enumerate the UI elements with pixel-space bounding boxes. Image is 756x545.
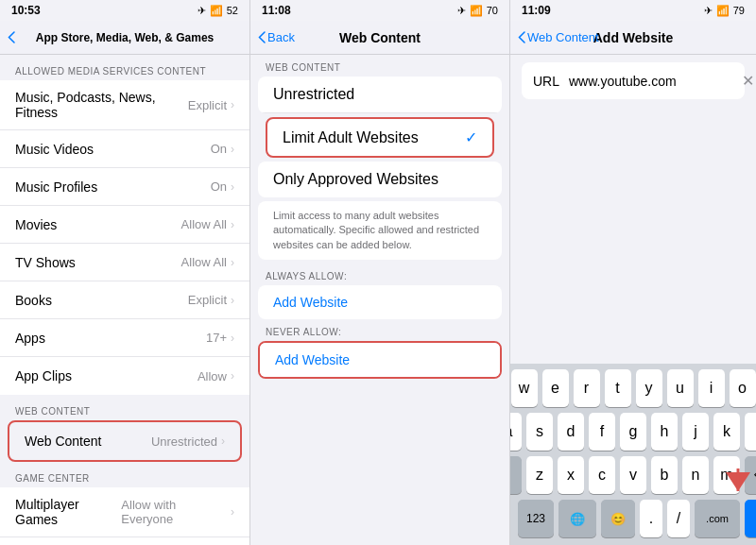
never-allow-box: Add Website: [258, 341, 502, 379]
key-123[interactable]: 123: [518, 500, 554, 537]
key-z[interactable]: z: [526, 456, 553, 494]
list-item[interactable]: Music, Podcasts, News, Fitness Explicit›: [0, 80, 249, 130]
list-item[interactable]: Music Videos On›: [0, 130, 249, 168]
key-w[interactable]: w: [511, 369, 538, 407]
web-content-box[interactable]: Web Content Unrestricted ›: [8, 420, 242, 462]
url-clear-button[interactable]: ✕: [742, 72, 754, 90]
key-t[interactable]: t: [605, 369, 631, 407]
option-limit-adult[interactable]: Limit Adult Websites ✓: [266, 117, 494, 158]
game-center-list: Multiplayer Games Allow with Everyone› A…: [0, 487, 249, 545]
always-allow-group: Add Website: [258, 285, 502, 319]
key-f[interactable]: f: [589, 413, 615, 451]
left-nav-title: App Store, Media, Web, & Games: [36, 31, 214, 44]
url-label: URL: [533, 74, 561, 89]
web-content-section-header: WEB CONTENT: [0, 395, 249, 420]
add-website-never-label: Add Website: [275, 352, 350, 367]
key-slash[interactable]: /: [667, 500, 690, 537]
add-website-always-label: Add Website: [273, 295, 348, 310]
keyboard-row-2: a s d f g h j k l: [514, 413, 752, 451]
key-s[interactable]: s: [526, 413, 553, 451]
mid-time: 11:08: [262, 4, 291, 17]
key-v[interactable]: v: [620, 456, 646, 494]
checkmark-icon: ✓: [465, 128, 477, 146]
right-back-label: Web Content: [527, 30, 599, 44]
list-item[interactable]: Adding Friends Allow›: [0, 537, 249, 545]
left-back-button[interactable]: [8, 31, 17, 43]
mid-panel: 11:08 ✈📶70 Back Web Content WEB CONTENT …: [250, 0, 510, 545]
key-u[interactable]: u: [667, 369, 694, 407]
key-dotcom[interactable]: .com: [695, 500, 740, 537]
mid-back-label: Back: [267, 30, 295, 44]
key-o[interactable]: o: [730, 369, 756, 407]
key-shift[interactable]: ⇧: [510, 456, 522, 494]
key-y[interactable]: y: [636, 369, 662, 407]
keyboard-row-3: ⇧ z x c v b n m ⌫: [514, 456, 752, 494]
mid-status-icons: ✈📶70: [457, 5, 498, 17]
key-m[interactable]: m: [713, 456, 740, 494]
list-item[interactable]: Movies Allow All›: [0, 206, 249, 244]
key-l[interactable]: l: [745, 413, 756, 451]
list-item[interactable]: Apps 17+›: [0, 319, 249, 357]
never-allow-header: NEVER ALLOW:: [250, 319, 509, 341]
right-nav-title: Add Website: [593, 30, 674, 45]
mid-status-bar: 11:08 ✈📶70: [250, 0, 509, 21]
allowed-section-header: ALLOWED MEDIA SERVICES CONTENT: [0, 55, 249, 80]
game-center-section-header: GAME CENTER: [0, 462, 249, 487]
key-period[interactable]: .: [640, 500, 662, 537]
add-website-form: URL ✕ q w e r t y u i o p a s d: [510, 55, 756, 545]
add-website-always-button[interactable]: Add Website: [258, 285, 502, 319]
mid-nav-title: Web Content: [339, 30, 421, 45]
right-panel: 11:09 ✈📶79 Web Content Add Website URL ✕…: [510, 0, 756, 545]
key-d[interactable]: d: [558, 413, 584, 451]
key-c[interactable]: c: [589, 456, 615, 494]
left-status-icons: ✈📶52: [198, 5, 238, 17]
description-text: Limit access to many adult websites auto…: [273, 209, 487, 252]
key-k[interactable]: k: [713, 413, 740, 451]
always-allow-header: ALWAYS ALLOW:: [250, 264, 509, 285]
mid-section-header: WEB CONTENT: [250, 55, 509, 77]
right-nav-bar: Web Content Add Website: [510, 21, 756, 55]
mid-content: WEB CONTENT Unrestricted Limit Adult Web…: [250, 55, 509, 545]
left-panel: 10:53 ✈📶52 App Store, Media, Web, & Game…: [0, 0, 250, 545]
list-item[interactable]: TV Shows Allow All›: [0, 244, 249, 281]
url-input[interactable]: [569, 74, 734, 89]
left-status-bar: 10:53 ✈📶52: [0, 0, 249, 21]
media-list-group: Music, Podcasts, News, Fitness Explicit›…: [0, 80, 249, 395]
description-box: Limit access to many adult websites auto…: [258, 201, 502, 260]
keyboard-bottom-row: 123 🌐 😊 . / .com done: [514, 500, 752, 537]
mid-nav-bar: Back Web Content: [250, 21, 509, 55]
list-item[interactable]: Music Profiles On›: [0, 168, 249, 206]
right-time: 11:09: [522, 4, 551, 17]
list-item[interactable]: App Clips Allow›: [0, 357, 249, 395]
key-n[interactable]: n: [682, 456, 709, 494]
key-emoji[interactable]: 😊: [601, 500, 635, 537]
add-website-never-button[interactable]: Add Website: [260, 343, 500, 377]
key-i[interactable]: i: [698, 369, 725, 407]
list-item[interactable]: Multiplayer Games Allow with Everyone›: [0, 487, 249, 537]
list-item[interactable]: Books Explicit›: [0, 281, 249, 319]
left-time: 10:53: [11, 4, 41, 17]
key-x[interactable]: x: [558, 456, 584, 494]
options-group: Unrestricted: [258, 77, 502, 113]
key-e[interactable]: e: [542, 369, 569, 407]
keyboard-row-1: q w e r t y u i o p: [514, 369, 752, 407]
key-h[interactable]: h: [651, 413, 678, 451]
option-approved-websites[interactable]: Only Approved Websites: [258, 162, 502, 197]
key-g[interactable]: g: [620, 413, 646, 451]
url-form-row: URL ✕: [522, 62, 745, 99]
left-content: ALLOWED MEDIA SERVICES CONTENT Music, Po…: [0, 55, 249, 545]
key-globe[interactable]: 🌐: [558, 500, 596, 537]
web-content-item[interactable]: Web Content Unrestricted ›: [9, 422, 240, 460]
key-backspace[interactable]: ⌫: [745, 456, 756, 494]
right-status-bar: 11:09 ✈📶79: [510, 0, 756, 21]
key-done[interactable]: done: [745, 500, 756, 537]
key-a[interactable]: a: [510, 413, 522, 451]
right-back-button[interactable]: Web Content: [518, 30, 599, 44]
keyboard: q w e r t y u i o p a s d f g h j k l: [510, 364, 756, 545]
left-nav-bar: App Store, Media, Web, & Games: [0, 21, 249, 55]
key-j[interactable]: j: [682, 413, 709, 451]
mid-back-button[interactable]: Back: [258, 30, 295, 44]
option-unrestricted[interactable]: Unrestricted: [258, 77, 502, 113]
key-r[interactable]: r: [574, 369, 600, 407]
key-b[interactable]: b: [651, 456, 678, 494]
